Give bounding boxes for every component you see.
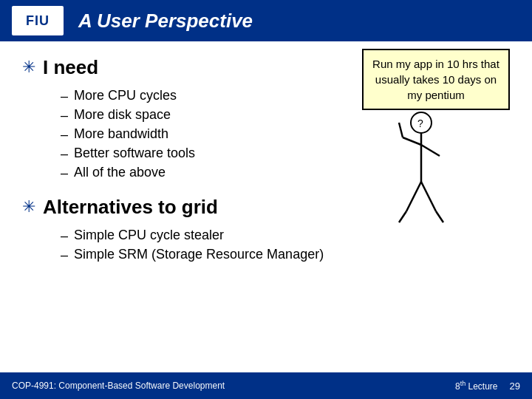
callout-box: Run my app in 10 hrs that usually takes … <box>362 49 510 110</box>
svg-line-6 <box>406 182 421 211</box>
page-title: A User Perspective <box>78 10 253 33</box>
footer: COP-4991: Component-Based Software Devel… <box>0 372 532 399</box>
footer-course: COP-4991: Component-Based Software Devel… <box>12 381 225 391</box>
bullet-icon-2: ✳ <box>22 197 35 216</box>
svg-line-4 <box>399 123 403 137</box>
section2-label: Alternatives to grid <box>43 196 218 219</box>
footer-right: 8th Lecture 29 <box>455 380 520 392</box>
svg-line-7 <box>399 211 406 222</box>
svg-line-9 <box>436 211 443 222</box>
bullet-icon-1: ✳ <box>22 58 35 77</box>
main-content: Run my app in 10 hrs that usually takes … <box>0 41 532 285</box>
stick-figure-area: ? <box>369 108 458 256</box>
section1-label: I need <box>43 56 98 79</box>
logo: FIU <box>12 6 64 35</box>
svg-line-8 <box>421 182 436 211</box>
svg-line-3 <box>403 137 421 145</box>
callout-text: Run my app in 10 hrs that usually takes … <box>372 58 499 101</box>
logo-text: FIU <box>26 13 50 29</box>
stick-figure-svg: ? <box>369 108 458 256</box>
header: FIU A User Perspective <box>0 0 532 41</box>
logo-area: FIU <box>12 6 64 35</box>
lecture-label: 8th Lecture <box>455 380 498 392</box>
svg-text:?: ? <box>417 117 423 129</box>
page-number: 29 <box>510 381 520 392</box>
svg-line-5 <box>421 145 440 156</box>
